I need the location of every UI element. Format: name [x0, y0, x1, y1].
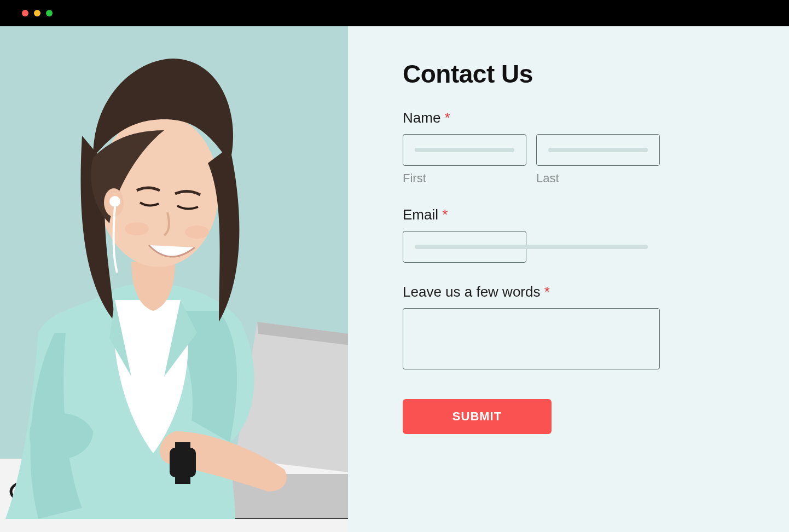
- email-input[interactable]: [403, 231, 526, 263]
- hero-image: [0, 26, 348, 532]
- message-textarea[interactable]: [403, 308, 660, 369]
- maximize-icon[interactable]: [46, 10, 53, 16]
- required-asterisk: *: [442, 206, 448, 223]
- close-icon[interactable]: [22, 10, 28, 16]
- first-name-sublabel: First: [403, 171, 526, 186]
- first-name-input[interactable]: [403, 134, 526, 166]
- page-title: Contact Us: [403, 59, 789, 89]
- email-label: Email *: [403, 206, 789, 223]
- email-field: Email *: [403, 206, 789, 263]
- name-field: Name * First Last: [403, 109, 789, 186]
- required-asterisk: *: [544, 284, 550, 300]
- form-panel: Contact Us Name * First Last: [348, 26, 789, 532]
- submit-button[interactable]: SUBMIT: [403, 399, 552, 434]
- name-label: Name *: [403, 109, 789, 126]
- svg-point-10: [125, 222, 149, 235]
- traffic-lights: [22, 10, 53, 16]
- svg-rect-5: [175, 442, 190, 450]
- last-name-sublabel: Last: [536, 171, 660, 186]
- last-name-input[interactable]: [536, 134, 660, 166]
- minimize-icon[interactable]: [34, 10, 40, 16]
- window-title-bar: [0, 0, 789, 26]
- message-field: Leave us a few words *: [403, 284, 789, 372]
- message-label: Leave us a few words *: [403, 284, 789, 300]
- svg-rect-6: [175, 476, 190, 484]
- svg-rect-4: [170, 448, 196, 477]
- required-asterisk: *: [445, 109, 450, 126]
- svg-point-11: [185, 225, 209, 239]
- svg-point-9: [109, 196, 120, 207]
